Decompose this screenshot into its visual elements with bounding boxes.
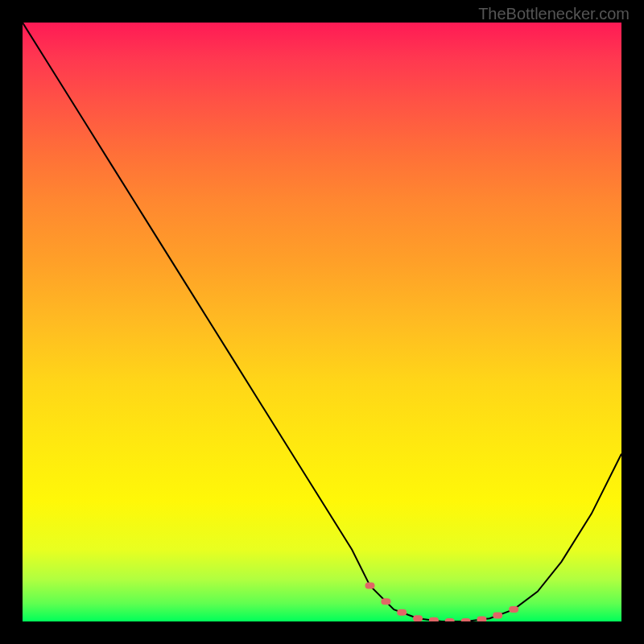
flat-marker: [365, 582, 375, 588]
flat-marker: [413, 615, 423, 621]
flat-marker: [381, 598, 390, 605]
flat-marker: [493, 613, 502, 619]
flat-marker: [477, 617, 486, 622]
chart-plot-area: [23, 23, 621, 621]
flat-marker: [509, 606, 518, 613]
watermark-text: TheBottlenecker.com: [478, 5, 630, 23]
chart-svg: [23, 23, 621, 621]
flat-marker: [429, 617, 439, 621]
flat-marker: [445, 618, 455, 621]
flat-marker: [397, 609, 407, 616]
bottleneck-curve: [23, 23, 621, 621]
flat-marker: [461, 618, 471, 621]
flat-region-markers: [365, 582, 519, 621]
